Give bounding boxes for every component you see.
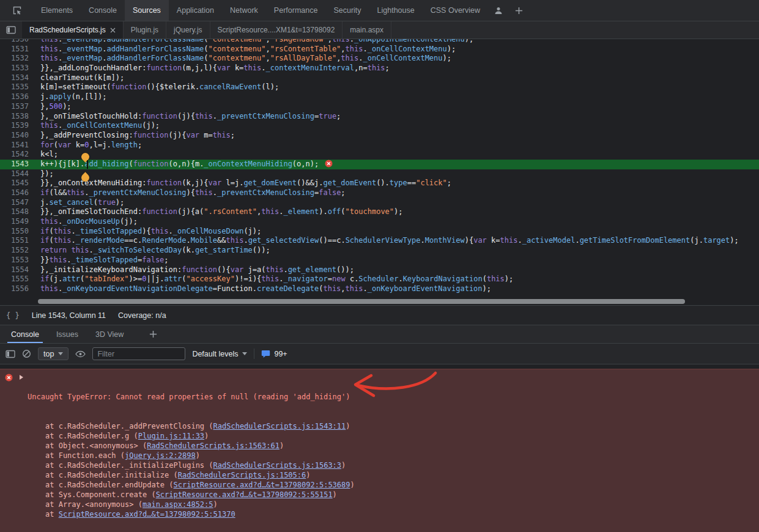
stack-link[interactable]: ScriptResource.axd?d…&t=13798092:5:53689 <box>174 481 350 489</box>
line-number[interactable]: 1552 <box>0 246 37 256</box>
code-line[interactable]: 1536j.apply(n,[l]); <box>0 92 759 102</box>
code-text[interactable]: return this._switchToSelectedDay(k.get_s… <box>37 246 270 256</box>
console-filter-input[interactable] <box>92 347 185 360</box>
line-number[interactable]: 1533 <box>0 64 37 73</box>
line-number[interactable]: 1537 <box>0 102 37 112</box>
line-number[interactable]: 1556 <box>0 284 37 294</box>
code-line[interactable]: 1540},_addPreventClosing:function(j){var… <box>0 131 759 141</box>
code-line[interactable]: 1544}); <box>0 169 759 179</box>
stack-link[interactable]: Plugin.js:11:33 <box>138 432 204 440</box>
stack-link[interactable]: ScriptResource.axd?d…&t=13798092:5:55151 <box>156 490 333 499</box>
panel-tab-sources[interactable]: Sources <box>125 0 169 21</box>
code-text[interactable]: clearTimeout(k[m]); <box>37 73 124 83</box>
scrollbar-thumb[interactable] <box>38 299 685 304</box>
code-line[interactable]: 1548}},_onTimeSlotTouchEnd:function(j){a… <box>0 207 759 217</box>
stack-link[interactable]: RadSchedulerScripts.js:1505:6 <box>178 471 306 479</box>
line-number[interactable]: 1543 <box>0 160 37 169</box>
drawer-tab-issues[interactable]: Issues <box>48 325 87 343</box>
code-line[interactable]: 1538},_onTimeSlotTouchHold:function(j){t… <box>0 112 759 122</box>
code-text[interactable]: if(this._renderMode==c.RenderMode.Mobile… <box>37 236 739 246</box>
close-tab-icon[interactable] <box>110 28 116 33</box>
line-number[interactable]: 1538 <box>0 112 37 122</box>
file-tab-scriptresource-xm1-t-13798092[interactable]: ScriptResource....XM1&t=13798092 <box>210 21 343 39</box>
line-number[interactable]: 1540 <box>0 131 37 141</box>
code-text[interactable]: for(var k=0,l=j.length; <box>37 141 142 150</box>
line-number[interactable]: 1545 <box>0 179 37 188</box>
file-tab-plugin-js[interactable]: Plugin.js <box>124 21 166 39</box>
code-line[interactable]: 1532this._eventMap.addHandlerForClassNam… <box>0 54 759 64</box>
code-line[interactable]: 1535k[m]=setTimeout(function(){$telerik.… <box>0 83 759 92</box>
code-text[interactable]: }},_onContextMenuHiding:function(k,j){va… <box>37 179 451 188</box>
code-text[interactable]: this._onCellContextMenu(j); <box>37 121 160 131</box>
code-text[interactable]: },_addPreventClosing:function(j){var m=t… <box>37 131 235 141</box>
line-number[interactable]: 1531 <box>0 45 37 54</box>
line-number[interactable]: 1547 <box>0 198 37 208</box>
line-number[interactable]: 1548 <box>0 207 37 217</box>
stack-link[interactable]: ScriptResource.axd?d…&t=13798092:5:51370 <box>59 510 235 519</box>
stack-link[interactable]: RadSchedulerScripts.js:1543:11 <box>213 422 346 430</box>
code-line[interactable]: 1547j.set_cancel(true); <box>0 198 759 208</box>
code-line[interactable]: 1551if(this._renderMode==c.RenderMode.Mo… <box>0 236 759 246</box>
clear-console-icon[interactable] <box>22 349 31 358</box>
code-line[interactable]: 1553}}this._timeSlotTapped=false; <box>0 256 759 265</box>
code-line[interactable]: 1539this._onCellContextMenu(j); <box>0 121 759 131</box>
drawer-more-tools-plus-icon[interactable] <box>141 325 166 343</box>
panel-tab-elements[interactable]: Elements <box>33 0 81 21</box>
line-number[interactable]: 1534 <box>0 73 37 83</box>
code-line[interactable]: 1549this._onDocMouseUp(j); <box>0 217 759 227</box>
code-text[interactable]: if(this._timeSlotTapped){this._onCellMou… <box>37 227 261 237</box>
code-text[interactable]: this._eventMap.addHandlerForClassName("c… <box>37 45 456 54</box>
navigator-toggle-icon[interactable] <box>0 21 22 39</box>
code-text[interactable]: },_initializeKeyboardNavigation:function… <box>37 265 354 275</box>
code-editor[interactable]: 1530this._eventMap.addHandlerForClassNam… <box>0 39 759 298</box>
panel-tab-performance[interactable]: Performance <box>266 0 326 21</box>
line-number[interactable]: 1546 <box>0 188 37 198</box>
code-text[interactable]: this._onKeyboardEventNavigationDelegate=… <box>37 284 491 294</box>
stack-link[interactable]: main.aspx:4852:5 <box>143 500 213 509</box>
code-text[interactable]: j.set_cancel(true); <box>37 198 124 208</box>
code-line[interactable]: 1552return this._switchToSelectedDay(k.g… <box>0 246 759 256</box>
pretty-print-icon[interactable]: { } <box>6 311 20 320</box>
line-number[interactable]: 1553 <box>0 256 37 265</box>
code-line[interactable]: 1550if(this._timeSlotTapped){this._onCel… <box>0 227 759 237</box>
issues-counter[interactable]: 99+ <box>261 350 287 358</box>
code-text[interactable]: }); <box>37 169 54 179</box>
code-text[interactable]: }},_addLongTouchHandler:function(m,j,l){… <box>37 64 390 73</box>
code-line[interactable]: 1537},500); <box>0 102 759 112</box>
line-number[interactable]: 1544 <box>0 169 37 179</box>
person-icon[interactable] <box>488 0 509 21</box>
drawer-tab-console[interactable]: Console <box>2 325 48 343</box>
line-number[interactable]: 1554 <box>0 265 37 275</box>
line-number[interactable]: 1542 <box>0 150 37 160</box>
code-text[interactable]: }}this._timeSlotTapped=false; <box>37 256 169 265</box>
panel-tab-css-overview[interactable]: CSS Overview <box>423 0 488 21</box>
code-text[interactable]: if(j.attr("tabIndex")>=0||j.attr("access… <box>37 275 513 284</box>
line-number[interactable]: 1549 <box>0 217 37 227</box>
code-line[interactable]: 1554},_initializeKeyboardNavigation:func… <box>0 265 759 275</box>
code-text[interactable]: },500); <box>37 102 72 112</box>
code-text[interactable]: this._onDocMouseUp(j); <box>37 217 138 227</box>
file-tab-radschedulerscripts-js[interactable]: RadSchedulerScripts.js <box>22 21 124 39</box>
code-line[interactable]: 1530this._eventMap.addHandlerForClassNam… <box>0 39 759 45</box>
code-line[interactable]: 1546if(l&&this._preventCtxMenuClosing){t… <box>0 188 759 198</box>
code-text[interactable]: k[m]=setTimeout(function(){$telerik.canc… <box>37 83 279 92</box>
line-number[interactable]: 1532 <box>0 54 37 64</box>
line-number[interactable]: 1551 <box>0 236 37 246</box>
code-text[interactable]: this._eventMap.addHandlerForClassName("c… <box>37 54 451 64</box>
line-number[interactable]: 1535 <box>0 83 37 92</box>
panel-tab-lighthouse[interactable]: Lighthouse <box>369 0 423 21</box>
expand-stack-icon[interactable] <box>20 375 23 380</box>
code-text[interactable]: k++){j[k].add_hiding(function(o,n){m._on… <box>37 160 333 169</box>
file-tab-main-aspx[interactable]: main.aspx <box>342 21 391 39</box>
code-line[interactable]: 1542k<l; <box>0 150 759 160</box>
line-number[interactable]: 1536 <box>0 92 37 102</box>
stack-link[interactable]: RadSchedulerScripts.js:1563:3 <box>213 461 342 470</box>
stack-link[interactable]: RadSchedulerScripts.js:1563:61 <box>147 441 280 450</box>
more-tabs-plus-icon[interactable] <box>509 0 529 21</box>
code-line[interactable]: 1534clearTimeout(k[m]); <box>0 73 759 83</box>
file-tab-jquery-js[interactable]: jQuery.js <box>166 21 210 39</box>
line-number[interactable]: 1541 <box>0 141 37 150</box>
line-number[interactable]: 1539 <box>0 121 37 131</box>
code-text[interactable]: j.apply(n,[l]); <box>37 92 106 102</box>
code-line[interactable]: 1545}},_onContextMenuHiding:function(k,j… <box>0 179 759 188</box>
